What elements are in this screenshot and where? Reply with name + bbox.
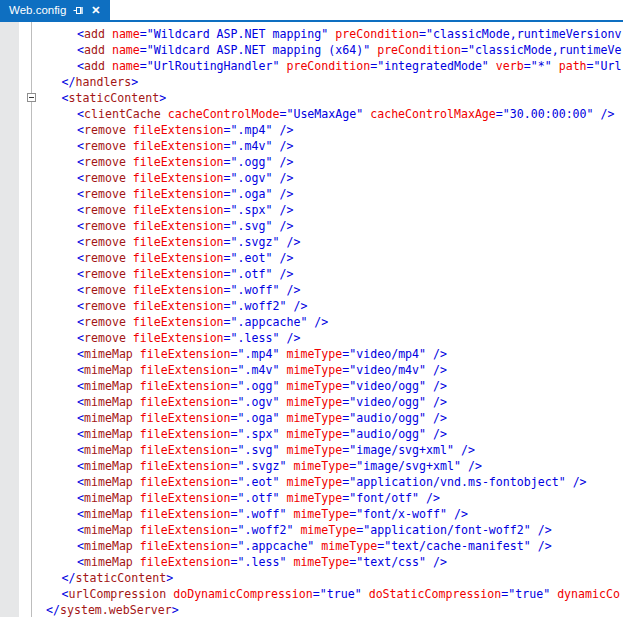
code-line: <mimeMap fileExtension=".ogv" mimeType="… bbox=[0, 394, 623, 410]
code-line: <mimeMap fileExtension=".eot" mimeType="… bbox=[0, 474, 623, 490]
code-line: <staticContent> bbox=[0, 90, 623, 106]
code-line: <mimeMap fileExtension=".appcache" mimeT… bbox=[0, 538, 623, 554]
code-line: <remove fileExtension=".eot" /> bbox=[0, 250, 623, 266]
code-line: <mimeMap fileExtension=".mp4" mimeType="… bbox=[0, 346, 623, 362]
code-line: <clientCache cacheControlMode="UseMaxAge… bbox=[0, 106, 623, 122]
code-line: <remove fileExtension=".oga" /> bbox=[0, 186, 623, 202]
code-line: <remove fileExtension=".svgz" /> bbox=[0, 234, 623, 250]
code-line: <remove fileExtension=".ogg" /> bbox=[0, 154, 623, 170]
code-line: </handlers> bbox=[0, 74, 623, 90]
collapse-region-button[interactable] bbox=[27, 93, 36, 102]
code-line: <remove fileExtension=".ogv" /> bbox=[0, 170, 623, 186]
pin-icon[interactable] bbox=[73, 5, 84, 16]
code-line: <mimeMap fileExtension=".woff" mimeType=… bbox=[0, 506, 623, 522]
code-line: <mimeMap fileExtension=".m4v" mimeType="… bbox=[0, 362, 623, 378]
code-line: <remove fileExtension=".woff2" /> bbox=[0, 298, 623, 314]
code-line: <add name="Wildcard ASP.NET mapping" pre… bbox=[0, 26, 623, 42]
code-line: <remove fileExtension=".otf" /> bbox=[0, 266, 623, 282]
code-line: </system.webServer> bbox=[0, 602, 623, 617]
code-line: <mimeMap fileExtension=".spx" mimeType="… bbox=[0, 426, 623, 442]
code-line: <remove fileExtension=".appcache" /> bbox=[0, 314, 623, 330]
code-line: <remove fileExtension=".spx" /> bbox=[0, 202, 623, 218]
code-line: <remove fileExtension=".mp4" /> bbox=[0, 122, 623, 138]
editor-surface[interactable]: <add name="Wildcard ASP.NET mapping" pre… bbox=[0, 22, 623, 617]
code-line: <remove fileExtension=".svg" /> bbox=[0, 218, 623, 234]
vs-editor-window: Web.config ✕ <add name="Wildcard ASP.NET… bbox=[0, 0, 623, 617]
code-line: <add name="Wildcard ASP.NET mapping (x64… bbox=[0, 42, 623, 58]
collapse-minus-icon bbox=[29, 97, 34, 98]
code-line: <mimeMap fileExtension=".less" mimeType=… bbox=[0, 554, 623, 570]
code-line: </staticContent> bbox=[0, 570, 623, 586]
code-area: <add name="Wildcard ASP.NET mapping" pre… bbox=[0, 22, 623, 617]
code-line: <mimeMap fileExtension=".svgz" mimeType=… bbox=[0, 458, 623, 474]
code-line: <mimeMap fileExtension=".ogg" mimeType="… bbox=[0, 378, 623, 394]
code-line: <mimeMap fileExtension=".otf" mimeType="… bbox=[0, 490, 623, 506]
code-line: <add name="UrlRoutingHandler" preConditi… bbox=[0, 58, 623, 74]
code-line: <remove fileExtension=".woff" /> bbox=[0, 282, 623, 298]
tab-bar: Web.config ✕ bbox=[0, 0, 623, 20]
code-line: <mimeMap fileExtension=".oga" mimeType="… bbox=[0, 410, 623, 426]
close-icon[interactable]: ✕ bbox=[91, 5, 100, 16]
code-line: <urlCompression doDynamicCompression="tr… bbox=[0, 586, 623, 602]
code-line: <mimeMap fileExtension=".svg" mimeType="… bbox=[0, 442, 623, 458]
document-tab[interactable]: Web.config ✕ bbox=[0, 0, 110, 20]
code-line: <mimeMap fileExtension=".woff2" mimeType… bbox=[0, 522, 623, 538]
tab-title: Web.config bbox=[9, 0, 66, 20]
code-line: <remove fileExtension=".less" /> bbox=[0, 330, 623, 346]
code-line: <remove fileExtension=".m4v" /> bbox=[0, 138, 623, 154]
